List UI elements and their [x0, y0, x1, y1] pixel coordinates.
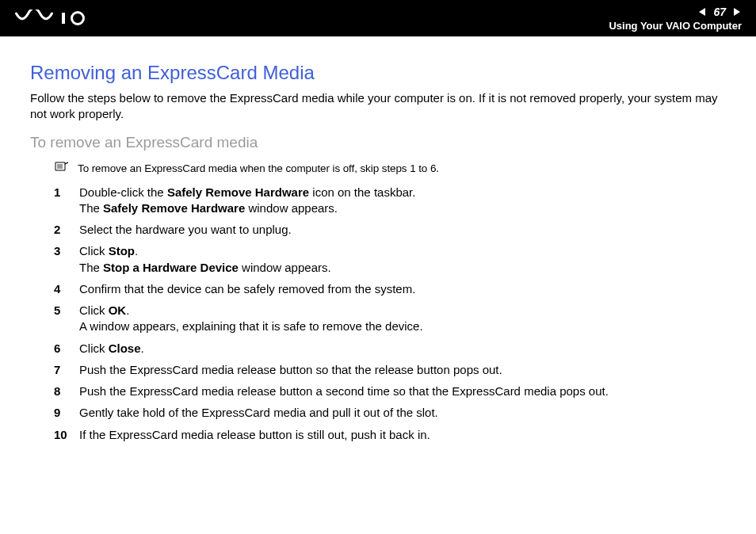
step-text: Push the ExpressCard media release butto…: [79, 362, 502, 378]
vaio-logo: [14, 10, 101, 27]
step-row: 1Double-click the Safely Remove Hardware…: [54, 185, 726, 217]
header-right: 67 Using Your VAIO Computer: [609, 6, 742, 32]
page-nav: 67: [697, 6, 742, 18]
steps-list: 1Double-click the Safely Remove Hardware…: [54, 185, 726, 443]
note-row: To remove an ExpressCard media when the …: [54, 162, 726, 177]
svg-point-1: [72, 13, 84, 25]
step-text: Gently take hold of the ExpressCard medi…: [79, 405, 438, 421]
svg-rect-0: [62, 13, 65, 24]
step-text: Double-click the Safely Remove Hardware …: [79, 185, 415, 217]
step-row: 5Click OK.A window appears, explaining t…: [54, 303, 726, 335]
step-number: 1: [54, 185, 70, 217]
step-number: 4: [54, 281, 70, 297]
step-row: 7Push the ExpressCard media release butt…: [54, 362, 726, 378]
step-text: Confirm that the device can be safely re…: [79, 281, 415, 297]
step-text: Click Stop.The Stop a Hardware Device wi…: [79, 243, 331, 276]
step-text: Select the hardware you want to unplug.: [79, 222, 292, 238]
note-icon: [54, 161, 70, 177]
step-number: 9: [54, 405, 70, 421]
step-number: 7: [54, 362, 70, 378]
step-row: 4Confirm that the device can be safely r…: [54, 281, 726, 297]
step-row: 6Click Close.: [54, 341, 726, 357]
vaio-logo-svg: [14, 10, 101, 27]
step-number: 10: [54, 427, 70, 443]
page-number: 67: [712, 6, 727, 18]
step-text: If the ExpressCard media release button …: [79, 427, 430, 443]
step-number: 8: [54, 383, 70, 399]
step-number: 5: [54, 303, 70, 335]
prev-page-arrow-icon[interactable]: [697, 6, 708, 17]
intro-paragraph: Follow the steps below to remove the Exp…: [30, 90, 726, 123]
section-name: Using Your VAIO Computer: [609, 20, 742, 32]
step-row: 9Gently take hold of the ExpressCard med…: [54, 405, 726, 421]
step-number: 2: [54, 222, 70, 238]
step-text: Push the ExpressCard media release butto…: [79, 383, 609, 399]
page-subheading: To remove an ExpressCard media: [30, 134, 726, 151]
note-text: To remove an ExpressCard media when the …: [78, 162, 439, 174]
step-row: 3Click Stop.The Stop a Hardware Device w…: [54, 243, 726, 276]
svg-marker-3: [734, 8, 740, 16]
header-bar: 67 Using Your VAIO Computer: [0, 0, 756, 36]
step-number: 6: [54, 341, 70, 357]
step-text: Click Close.: [79, 341, 144, 357]
next-page-arrow-icon[interactable]: [731, 6, 742, 17]
svg-marker-2: [699, 8, 705, 16]
page-content: Removing an ExpressCard Media Follow the…: [0, 36, 756, 443]
step-row: 10If the ExpressCard media release butto…: [54, 427, 726, 443]
page-heading: Removing an ExpressCard Media: [30, 62, 726, 84]
step-text: Click OK.A window appears, explaining th…: [79, 303, 423, 335]
step-number: 3: [54, 243, 70, 276]
step-row: 8Push the ExpressCard media release butt…: [54, 383, 726, 399]
step-row: 2Select the hardware you want to unplug.: [54, 222, 726, 238]
